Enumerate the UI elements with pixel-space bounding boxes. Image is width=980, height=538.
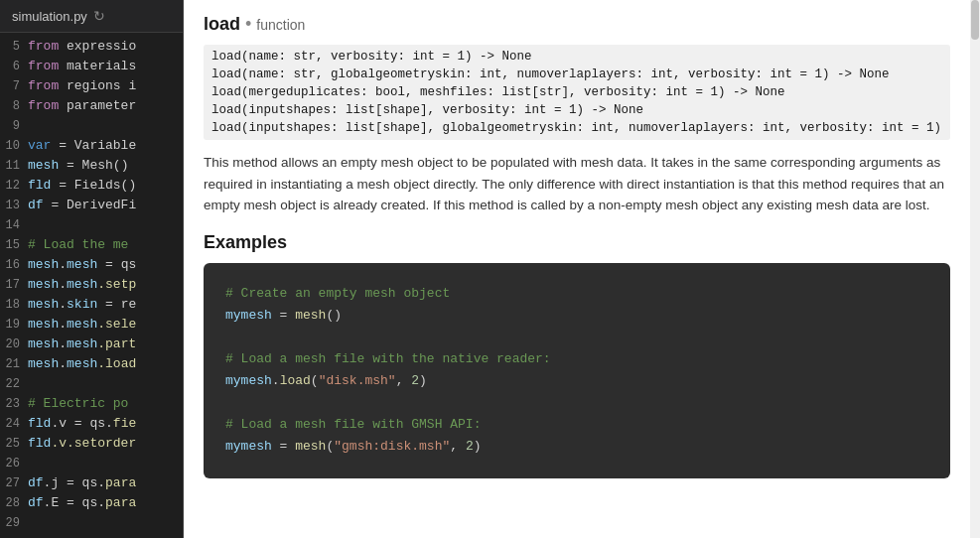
refresh-icon[interactable]: ↻ [93, 8, 105, 24]
line-content: mesh.skin = re [28, 295, 136, 315]
line-content: mesh.mesh.part [28, 335, 136, 354]
doc-description: This method allows an empty mesh object … [204, 152, 950, 216]
code-line: 7from regions i [0, 76, 183, 96]
line-content: mesh.mesh.sele [28, 315, 136, 335]
line-number: 9 [0, 116, 28, 136]
code-line: 18mesh.skin = re [0, 295, 183, 315]
example-line [225, 392, 928, 414]
line-content: from regions i [28, 76, 136, 96]
signature-line: load(name: str, verbosity: int = 1) -> N… [211, 48, 942, 66]
code-line: 14 [0, 215, 183, 235]
line-number: 12 [0, 176, 28, 196]
example-line [225, 327, 928, 348]
code-line: 11mesh = Mesh() [0, 156, 183, 176]
example-line: mymesh = mesh("gmsh:disk.msh", 2) [225, 436, 928, 458]
code-line: 5from expressio [0, 37, 183, 57]
line-content: mesh = Mesh() [28, 156, 128, 176]
line-number: 28 [0, 493, 28, 513]
doc-title: load • function [184, 0, 970, 45]
doc-title-name: load [204, 14, 240, 34]
code-line: 29 [0, 513, 183, 533]
scroll-thumb[interactable] [971, 0, 979, 40]
signature-line: load(inputshapes: list[shape], globalgeo… [211, 119, 942, 137]
code-line: 26 [0, 454, 183, 473]
line-number: 16 [0, 255, 28, 275]
signature-block: load(name: str, verbosity: int = 1) -> N… [204, 45, 950, 140]
code-editor-panel: simulation.py ↻ 5from expressio6from mat… [0, 0, 184, 538]
file-name: simulation.py [12, 9, 87, 24]
signature-line: load(mergeduplicates: bool, meshfiles: l… [211, 83, 942, 101]
example-line: # Load a mesh file with GMSH API: [225, 414, 928, 436]
code-line: 25fld.v.setorder [0, 434, 183, 454]
line-content: mesh.mesh = qs [28, 255, 136, 275]
line-number: 20 [0, 335, 28, 354]
line-number: 26 [0, 454, 28, 473]
line-content: from expressio [28, 37, 136, 57]
line-number: 17 [0, 275, 28, 295]
line-number: 15 [0, 235, 28, 255]
code-line: 27df.j = qs.para [0, 473, 183, 493]
code-line: 12fld = Fields() [0, 176, 183, 196]
line-number: 6 [0, 57, 28, 76]
line-content: # Electric po [28, 394, 128, 414]
code-line: 8from parameter [0, 96, 183, 116]
line-number: 10 [0, 136, 28, 156]
code-line: 6from materials [0, 57, 183, 76]
doc-function-label: function [256, 17, 305, 33]
code-line: 19mesh.mesh.sele [0, 315, 183, 335]
code-line: 24fld.v = qs.fie [0, 414, 183, 434]
code-line: 22 [0, 374, 183, 394]
line-content: fld.v.setorder [28, 434, 136, 454]
code-area: 5from expressio6from materials7from regi… [0, 33, 183, 537]
code-line: 10var = Variable [0, 136, 183, 156]
line-content: from parameter [28, 96, 136, 116]
line-number: 29 [0, 513, 28, 533]
line-number: 19 [0, 315, 28, 335]
code-line: 21mesh.mesh.load [0, 354, 183, 374]
example-line: mymesh = mesh() [225, 305, 928, 327]
line-content: fld = Fields() [28, 176, 136, 196]
line-content: mesh.mesh.setp [28, 275, 136, 295]
doc-panel[interactable]: load • function load(name: str, verbosit… [184, 0, 970, 538]
line-content: mesh.mesh.load [28, 354, 136, 374]
line-number: 13 [0, 196, 28, 215]
code-line: 23# Electric po [0, 394, 183, 414]
line-number: 11 [0, 156, 28, 176]
line-number: 5 [0, 37, 28, 57]
line-content: df.j = qs.para [28, 473, 136, 493]
file-tab[interactable]: simulation.py ↻ [0, 0, 183, 33]
code-line: 17mesh.mesh.setp [0, 275, 183, 295]
line-number: 7 [0, 76, 28, 96]
code-line: 13df = DerivedFi [0, 196, 183, 215]
code-line: 20mesh.mesh.part [0, 335, 183, 354]
code-example-block: # Create an empty mesh objectmymesh = me… [204, 263, 950, 478]
example-line: # Create an empty mesh object [225, 283, 928, 305]
line-number: 21 [0, 354, 28, 374]
line-content: from materials [28, 57, 136, 76]
line-number: 25 [0, 434, 28, 454]
doc-separator: • [240, 14, 256, 34]
line-number: 23 [0, 394, 28, 414]
code-line: 28df.E = qs.para [0, 493, 183, 513]
line-content: df = DerivedFi [28, 196, 136, 215]
code-line: 9 [0, 116, 183, 136]
code-line: 16mesh.mesh = qs [0, 255, 183, 275]
line-content: df.E = qs.para [28, 493, 136, 513]
line-content: var = Variable [28, 136, 136, 156]
example-line: mymesh.load("disk.msh", 2) [225, 370, 928, 392]
line-number: 24 [0, 414, 28, 434]
signature-line: load(name: str, globalgeometryskin: int,… [211, 66, 942, 83]
line-number: 8 [0, 96, 28, 116]
line-content: # Load the me [28, 235, 128, 255]
code-line: 15# Load the me [0, 235, 183, 255]
examples-title: Examples [204, 232, 950, 253]
line-number: 27 [0, 473, 28, 493]
line-number: 14 [0, 215, 28, 235]
line-number: 22 [0, 374, 28, 394]
scrollbar[interactable] [970, 0, 980, 538]
line-number: 18 [0, 295, 28, 315]
signature-line: load(inputshapes: list[shape], verbosity… [211, 101, 942, 119]
line-content: fld.v = qs.fie [28, 414, 136, 434]
example-line: # Load a mesh file with the native reade… [225, 348, 928, 370]
